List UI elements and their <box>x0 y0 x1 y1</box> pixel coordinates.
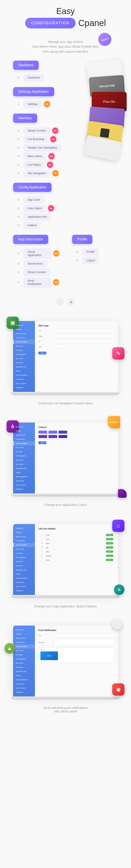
list-item: Social Items <box>17 260 59 267</box>
color-chip[interactable] <box>38 435 47 438</box>
bullet-icon <box>17 199 19 201</box>
sidebar-item[interactable]: Settings <box>13 327 35 332</box>
sidebar-item[interactable]: About Application <box>13 576 35 580</box>
sidebar-item[interactable]: Left Icon Header <box>13 340 35 344</box>
toggle-row: ✈airplaneActive <box>38 554 115 558</box>
sidebar-item[interactable]: Application Info <box>13 365 35 369</box>
sidebar-item[interactable]: User Agent <box>13 361 35 365</box>
sidebar-item[interactable]: Settings <box>13 632 35 636</box>
sidebar-item[interactable]: AdMob <box>13 369 35 373</box>
color-chip[interactable] <box>58 435 67 438</box>
item-label: AdMod <box>24 222 40 229</box>
section-title: Settings Application <box>13 87 54 96</box>
sidebar-item[interactable]: Share Content <box>13 381 35 385</box>
sidebar-item[interactable]: Tab Navigation <box>13 352 35 356</box>
sidebar-item[interactable]: Social Items <box>13 377 35 381</box>
sidebar-item[interactable]: AdMob <box>13 572 35 576</box>
status-badge[interactable]: Active <box>106 546 113 549</box>
list-item: Menu Items <box>17 153 118 159</box>
color-chip[interactable] <box>58 431 67 434</box>
sidebar-item[interactable]: List Boarding <box>13 539 35 543</box>
sidebar-item[interactable]: Share Content <box>13 483 35 487</box>
section-title: Interface <box>13 114 37 123</box>
list-item: Logout <box>77 257 118 264</box>
sidebar-item[interactable]: Tab Navigation <box>13 657 35 661</box>
sidebar-item[interactable]: Notification <box>13 487 35 491</box>
sidebar-item[interactable]: AdMob <box>13 674 35 678</box>
sidebar-item[interactable]: List Boarding <box>13 640 35 644</box>
sidebar-item[interactable]: Application Info <box>13 568 35 572</box>
sidebar-item[interactable]: Application Info <box>13 466 35 470</box>
item-label: User-Agent <box>24 205 46 212</box>
sidebar-item[interactable]: User Agent <box>13 665 35 669</box>
new-badge-icon <box>48 205 54 211</box>
sidebar-item[interactable]: About Application <box>13 678 35 682</box>
toggle-row: ⚡flashActive <box>38 550 115 554</box>
sidebar-item[interactable]: Tab Navigation <box>13 555 35 559</box>
sidebar-item[interactable]: Menu Items <box>13 344 35 348</box>
sidebar-item[interactable]: Tab Navigation <box>13 454 35 458</box>
sidebar-item[interactable]: App Colors <box>13 356 35 361</box>
sidebar-item[interactable]: About Application <box>13 474 35 479</box>
status-badge[interactable]: Active <box>106 559 113 561</box>
sidebar-item[interactable]: About Application <box>13 373 35 377</box>
bullet-icon <box>17 129 19 132</box>
sidebar-item[interactable]: Settings <box>13 530 35 534</box>
sidebar-item[interactable]: Splash Screen <box>13 534 35 539</box>
sidebar-item[interactable]: Social Items <box>13 479 35 483</box>
sidebar-item[interactable]: Menu Items <box>13 649 35 653</box>
laptop-mockup: DashboardSettingsSplash ScreenList Board… <box>13 626 118 696</box>
sidebar-item[interactable]: Splash Screen <box>13 332 35 336</box>
sidebar-item[interactable]: Social Items <box>13 580 35 584</box>
sidebar-item[interactable]: Notification <box>13 589 35 593</box>
sidebar-item[interactable]: AdMob <box>13 470 35 474</box>
sidebar-item[interactable]: Menu Items <box>13 547 35 551</box>
sidebar-item[interactable]: Menu Items <box>13 445 35 450</box>
status-badge[interactable]: Active <box>106 555 113 557</box>
admin-content: Push Notification Title Message Preview … <box>35 626 118 696</box>
sidebar-item[interactable]: List Pages <box>13 450 35 454</box>
sidebar-item[interactable]: User Agent <box>13 462 35 466</box>
laptop-section-1: ▣ ✎ DashboardSettingsSplash ScreenList B… <box>0 312 131 414</box>
sidebar-item[interactable]: App Colors <box>13 559 35 564</box>
section-appinfo: App Information About Application Social… <box>13 235 59 289</box>
sidebar-item[interactable]: App Colors <box>13 661 35 665</box>
laptop-section-2: ⋔ Gradient 2 DashboardSettingsSplash Scr… <box>0 414 131 515</box>
sidebar-item[interactable]: Notification <box>13 690 35 694</box>
sidebar-item[interactable]: Settings <box>13 429 35 433</box>
sidebar-item[interactable]: Left Icon Header <box>13 543 35 547</box>
sidebar-item[interactable]: Application Info <box>13 669 35 674</box>
sidebar-item[interactable]: Notification <box>13 385 35 390</box>
bullet-icon <box>17 224 19 226</box>
row-icon: ✈ <box>40 555 44 557</box>
sidebar-item[interactable]: List Boarding <box>13 437 35 441</box>
sidebar-item[interactable]: List Pages <box>13 653 35 657</box>
sidebar-item[interactable]: List Boarding <box>13 336 35 340</box>
bullet-icon <box>17 252 19 254</box>
sidebar-item[interactable]: Dashboard <box>13 323 35 327</box>
status-badge[interactable]: Active <box>106 534 113 536</box>
sidebar-item[interactable]: Dashboard <box>13 628 35 632</box>
status-badge[interactable]: Active <box>106 538 113 540</box>
sidebar-item[interactable]: App Colors <box>13 458 35 462</box>
status-badge[interactable]: Active <box>106 551 113 553</box>
sidebar-item[interactable]: Splash Screen <box>13 433 35 437</box>
sidebar-item[interactable]: User Agent <box>13 564 35 568</box>
sidebar-item[interactable]: List Pages <box>13 551 35 555</box>
sidebar-item[interactable]: Left Icon Header <box>13 644 35 649</box>
sidebar-item[interactable]: Splash Screen <box>13 636 35 640</box>
color-chip[interactable] <box>38 431 47 434</box>
sidebar-item[interactable]: Share Content <box>13 686 35 690</box>
sidebar-item[interactable]: Dashboard <box>13 425 35 429</box>
color-chip[interactable] <box>48 435 57 438</box>
color-chip[interactable] <box>48 431 57 434</box>
sidebar-item[interactable]: Left Icon Header <box>13 441 35 445</box>
sidebar-item[interactable]: Dashboard <box>13 526 35 530</box>
status-badge[interactable]: Active <box>106 542 113 545</box>
sidebar-item[interactable]: Social Items <box>13 682 35 686</box>
laptop-caption: Change your Application Colors <box>9 496 122 511</box>
sidebar-item[interactable]: List Pages <box>13 348 35 352</box>
item-label: Splash Screen <box>24 127 50 134</box>
sidebar-item[interactable]: Share Content <box>13 584 35 589</box>
tagline: Manage your app content from Admin Panel… <box>0 31 131 58</box>
